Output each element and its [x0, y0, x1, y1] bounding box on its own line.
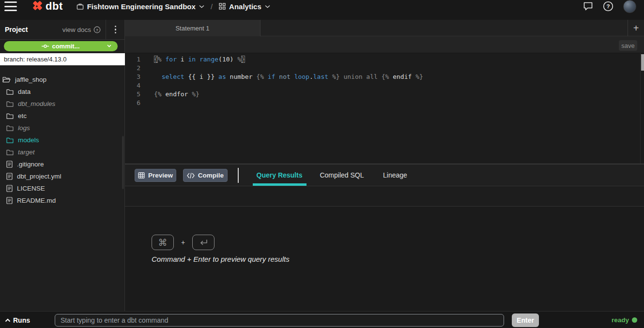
dbt-logo-icon: [31, 0, 43, 13]
tree-item-label: jaffle_shop: [15, 76, 46, 83]
briefcase-icon: [77, 3, 84, 10]
scrollbar-thumb[interactable]: [641, 54, 644, 71]
environment-selector-label: Analytics: [229, 2, 261, 11]
compile-button[interactable]: Compile: [183, 169, 228, 182]
view-docs-label: view docs: [62, 26, 91, 33]
tree-item-license[interactable]: LICENSE: [0, 182, 124, 194]
code-token: {: [154, 56, 158, 63]
folder-icon: [6, 137, 14, 143]
file-icon: [6, 161, 13, 168]
code-token: %: [237, 56, 241, 63]
add-tab-button[interactable]: +: [628, 20, 644, 36]
commit-button-label: commit...: [52, 43, 79, 50]
compile-button-label: Compile: [198, 172, 224, 179]
chat-icon[interactable]: [583, 1, 593, 11]
preview-button[interactable]: Preview: [135, 169, 176, 182]
code-token: for: [165, 56, 176, 63]
tab-compiled-sql[interactable]: Compiled SQL: [310, 164, 373, 186]
view-docs-link[interactable]: view docs ?: [62, 26, 101, 33]
top-bar: dbt Fishtown Engineering Sandbox / Analy…: [0, 0, 644, 20]
tree-item-logs[interactable]: logs: [0, 122, 124, 134]
shortcut-keys: ⌘ +: [152, 235, 215, 250]
code-text: {% endfor %}: [145, 90, 199, 99]
enter-button[interactable]: Enter: [512, 313, 539, 327]
tab-lineage[interactable]: Lineage: [371, 164, 419, 186]
tree-item-label: target: [18, 149, 35, 156]
line-number: 6: [125, 99, 145, 107]
sidebar-title: Project: [5, 26, 28, 33]
code-line: 3 select {{ i }} as number {% if not loo…: [125, 73, 644, 81]
plus-separator: +: [181, 239, 185, 246]
help-icon[interactable]: ?: [603, 1, 613, 12]
tree-item-label: logs: [18, 124, 30, 132]
code-line: 1 {% for i in range(10) %}: [125, 55, 644, 64]
code-text: [145, 64, 154, 73]
user-avatar[interactable]: [623, 0, 636, 13]
code-token: as: [218, 73, 226, 80]
tree-item-target[interactable]: target: [0, 146, 124, 158]
folder-icon: [6, 101, 14, 107]
svg-text:?: ?: [96, 28, 98, 32]
sidebar-menu-button[interactable]: [106, 20, 125, 40]
tree-item-gitignore[interactable]: .gitignore: [0, 158, 124, 170]
code-text: [145, 81, 154, 90]
save-button[interactable]: save: [619, 40, 637, 51]
tab-statement-1[interactable]: Statement 1: [125, 20, 261, 36]
tree-item-label: data: [18, 88, 31, 95]
environment-selector[interactable]: Analytics: [219, 2, 270, 11]
tree-item-data[interactable]: data: [0, 86, 124, 98]
breadcrumb-separator: /: [211, 2, 213, 11]
project-selector[interactable]: Fishtown Engineering Sandbox: [77, 2, 204, 11]
tree-item-label: README.md: [17, 197, 56, 204]
code-token: [196, 56, 199, 63]
bottom-bar: Runs Enter ready: [0, 311, 644, 328]
sidebar: Project view docs ? commit... branch: re…: [0, 20, 125, 311]
code-text: [145, 99, 154, 107]
git-commit-icon: [42, 44, 49, 48]
tree-item-etc[interactable]: etc: [0, 110, 124, 122]
code-icon: [187, 173, 195, 179]
editor-tab-bar: Statement 1 +: [125, 20, 644, 36]
code-token: endif: [393, 73, 412, 80]
results-subheader: [125, 187, 644, 207]
code-token: %: [158, 56, 166, 63]
shortcut-hint: Command + Enter to preview query results: [152, 255, 290, 263]
dbt-logo[interactable]: dbt: [31, 0, 63, 13]
top-bar-row: dbt Fishtown Engineering Sandbox / Analy…: [0, 0, 644, 13]
line-number: 1: [125, 55, 145, 64]
tree-item-dbt-modules[interactable]: dbt_modules: [0, 98, 124, 110]
branch-indicator: branch: release/4.13.0: [0, 53, 125, 65]
tree-item-dbt-project-yml[interactable]: dbt_project.yml: [0, 170, 124, 182]
project-selector-label: Fishtown Engineering Sandbox: [87, 2, 196, 11]
tree-item-label: models: [18, 136, 39, 144]
code-token: not: [279, 73, 290, 80]
commit-button[interactable]: commit...: [4, 41, 118, 51]
file-icon: [6, 197, 13, 204]
runs-toggle[interactable]: Runs: [5, 312, 30, 328]
code-token: {%: [154, 90, 165, 98]
folder-icon: [6, 125, 14, 131]
editor-scrollbar[interactable]: [640, 53, 644, 164]
line-number: 5: [125, 90, 145, 99]
command-input[interactable]: [55, 314, 504, 327]
command-glyph: ⌘: [158, 237, 168, 248]
tree-item-label: dbt_modules: [18, 100, 55, 107]
sidebar-header: Project view docs ?: [0, 20, 125, 40]
chevron-down-icon: [107, 45, 111, 47]
sidebar-scrollbar[interactable]: [122, 136, 124, 189]
file-icon: [6, 173, 13, 180]
menu-icon[interactable]: [4, 1, 17, 11]
toolbar-divider: [238, 168, 239, 183]
code-token: }: [241, 56, 245, 63]
code-token: %}: [188, 90, 199, 98]
tree-item-models[interactable]: models: [0, 134, 124, 146]
tree-item-readme[interactable]: README.md: [0, 194, 124, 207]
file-icon: [6, 185, 13, 192]
status-label: ready: [612, 316, 629, 324]
code-editor[interactable]: 1 {% for i in range(10) %} 2 3 select {{…: [125, 53, 644, 164]
code-token: number: [226, 73, 257, 80]
main-area: Statement 1 + save 1 {% for i in range(1…: [125, 20, 644, 311]
tree-item-jaffle-shop[interactable]: jaffle_shop: [0, 74, 124, 86]
code-token: endfor: [165, 90, 188, 98]
code-token: range: [199, 56, 218, 63]
